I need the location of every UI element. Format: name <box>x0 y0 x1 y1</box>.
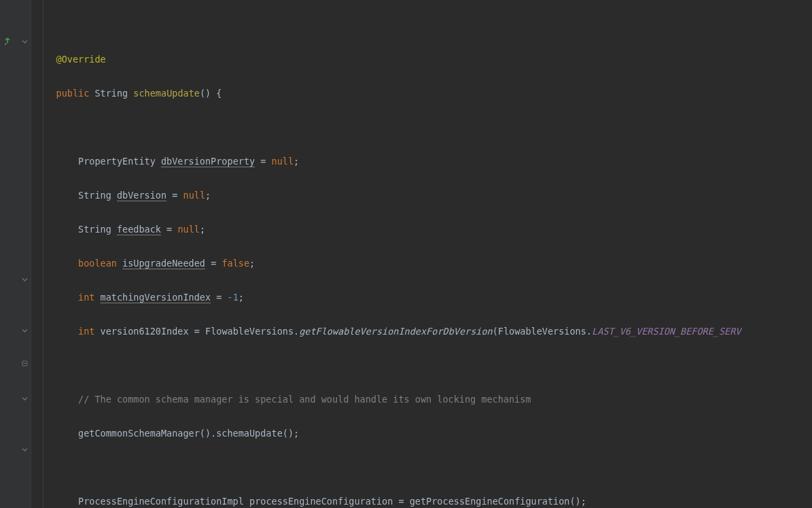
static-field: LAST_V6_VERSION_BEFORE_SERV <box>592 326 741 337</box>
local-var: version6120Index <box>101 326 189 337</box>
local-var: feedback <box>117 224 161 235</box>
local-var: dbVersion <box>117 190 166 201</box>
code-line[interactable]: public String schemaUpdate() { <box>34 85 812 102</box>
keyword-false: false <box>222 258 249 269</box>
type: String <box>78 224 111 235</box>
code-text: getCommonSchemaManager().schemaUpdate(); <box>78 428 299 439</box>
type: String <box>78 190 111 201</box>
class-ref: FlowableVersions <box>205 326 294 337</box>
fold-marker[interactable] <box>20 394 29 403</box>
comment: // The common schema manager is special … <box>78 394 531 405</box>
code-line[interactable]: int matchingVersionIndex = -1; <box>34 289 812 306</box>
keyword-null: null <box>177 224 200 235</box>
keyword: int <box>78 292 94 303</box>
local-var: processEngineConfiguration <box>249 496 393 507</box>
gutter <box>0 0 31 508</box>
type: PropertyEntity <box>78 156 156 167</box>
keyword-null: null <box>183 190 206 201</box>
type: ProcessEngineConfigurationImpl <box>78 496 244 507</box>
code-line[interactable]: getCommonSchemaManager().schemaUpdate(); <box>34 425 812 442</box>
code-line[interactable]: String dbVersion = null; <box>34 187 812 204</box>
fold-marker[interactable] <box>20 359 29 367</box>
keyword: public <box>56 88 90 99</box>
local-var: isUpgradeNeeded <box>122 258 205 269</box>
method-call: getProcessEngineConfiguration <box>410 496 570 507</box>
code-line[interactable] <box>34 357 812 374</box>
fold-marker[interactable] <box>20 445 29 454</box>
method-name: schemaUpdate <box>133 88 200 99</box>
code-editor[interactable]: @Override public String schemaUpdate() {… <box>34 0 812 508</box>
annotation: @Override <box>56 54 106 65</box>
local-var: matchingVersionIndex <box>101 292 211 303</box>
svg-point-0 <box>5 44 7 46</box>
code-line[interactable]: @Override <box>34 51 812 68</box>
local-var: dbVersionProperty <box>161 156 255 167</box>
code-line[interactable] <box>34 17 812 34</box>
code-line[interactable]: ProcessEngineConfigurationImpl processEn… <box>34 493 812 508</box>
code-line[interactable]: int version6120Index = FlowableVersions.… <box>34 323 812 340</box>
type: String <box>94 88 128 99</box>
code-line[interactable]: // The common schema manager is special … <box>34 391 812 408</box>
keyword: boolean <box>78 258 117 269</box>
vcs-change-marker[interactable] <box>1 35 14 48</box>
keyword-null: null <box>272 156 294 167</box>
number: -1 <box>228 292 239 303</box>
code-line[interactable] <box>34 459 812 476</box>
gutter-edge <box>31 0 31 508</box>
code-line[interactable]: String feedback = null; <box>34 221 812 238</box>
keyword: int <box>78 326 94 337</box>
code-line[interactable]: boolean isUpgradeNeeded = false; <box>34 255 812 272</box>
code-line[interactable] <box>34 119 812 136</box>
class-ref: FlowableVersions <box>498 326 586 337</box>
fold-marker[interactable] <box>20 326 29 335</box>
fold-marker[interactable] <box>20 275 29 284</box>
fold-marker[interactable] <box>20 37 29 46</box>
code-line[interactable]: PropertyEntity dbVersionProperty = null; <box>34 153 812 170</box>
static-method: getFlowableVersionIndexForDbVersion <box>299 326 492 337</box>
